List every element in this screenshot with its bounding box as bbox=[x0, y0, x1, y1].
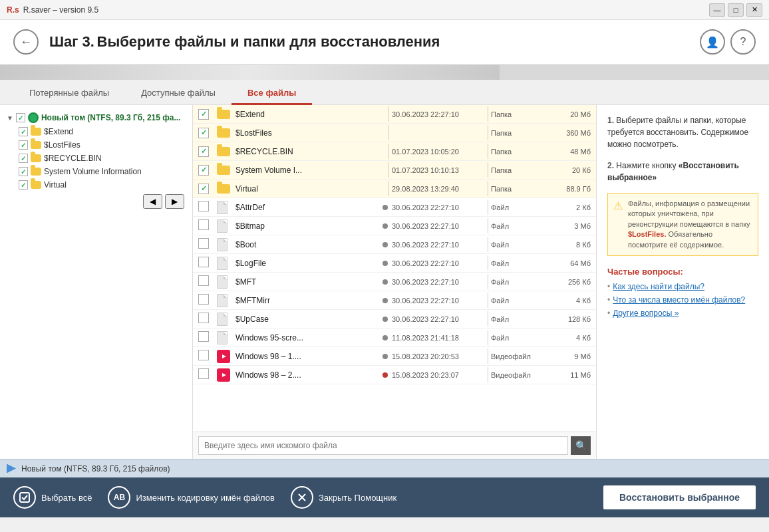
tabs-bar: Потерянные файлы Доступные файлы Все фай… bbox=[0, 80, 769, 105]
row-checkbox[interactable] bbox=[198, 294, 209, 305]
file-date: 30.06.2023 22:27:10 bbox=[392, 259, 485, 267]
faq-item-1[interactable]: Что за числа вместо имён файлов? bbox=[607, 295, 758, 305]
select-all-icon bbox=[13, 486, 36, 509]
faq-link-1[interactable]: Что за числа вместо имён файлов? bbox=[613, 295, 745, 305]
row-checkbox[interactable] bbox=[198, 313, 209, 323]
table-row[interactable]: Windows 98 – 2.... 15.08.2023 20:23:07 В… bbox=[193, 366, 596, 384]
tree-scroll-right[interactable]: ▶ bbox=[165, 194, 184, 209]
file-size: 360 Мб bbox=[544, 129, 591, 137]
table-row[interactable]: $LogFile 30.06.2023 22:27:10 Файл 64 Мб bbox=[193, 254, 596, 273]
maximize-button[interactable]: □ bbox=[728, 3, 744, 17]
faq-link-2[interactable]: Другие вопросы » bbox=[613, 309, 679, 318]
row-checkbox[interactable] bbox=[198, 128, 209, 138]
virtual-checkbox[interactable]: ✓ bbox=[19, 180, 28, 190]
video-icon bbox=[217, 368, 230, 382]
search-input[interactable] bbox=[198, 436, 568, 455]
row-checkbox[interactable] bbox=[198, 238, 209, 249]
close-wizard-action[interactable]: Закрыть Помощник bbox=[291, 486, 396, 509]
status-dot bbox=[383, 261, 388, 266]
faq-item-2[interactable]: Другие вопросы » bbox=[607, 309, 758, 318]
faq-title: Частые вопросы: bbox=[607, 267, 758, 277]
folder-icon bbox=[217, 128, 230, 138]
table-row[interactable]: $UpCase 30.06.2023 22:27:10 Файл 128 Кб bbox=[193, 310, 596, 329]
file-icon bbox=[217, 219, 228, 233]
table-row[interactable]: System Volume I... 01.07.2023 10:10:13 П… bbox=[193, 161, 596, 180]
sysvolinfo-checkbox[interactable]: ✓ bbox=[19, 167, 28, 176]
bottom-toolbar: Выбрать всё AB Изменить кодировку имён ф… bbox=[0, 477, 769, 517]
row-checkbox[interactable] bbox=[198, 165, 209, 176]
table-row[interactable]: $Bitmap 30.06.2023 22:27:10 Файл 3 Мб bbox=[193, 217, 596, 235]
extend-label: $Extend bbox=[44, 127, 73, 136]
row-checkbox[interactable] bbox=[198, 184, 209, 194]
table-row[interactable]: Windows 98 – 1.... 15.08.2023 20:20:53 В… bbox=[193, 347, 596, 366]
file-name: $MFT bbox=[235, 277, 379, 287]
lostfiles-bold: $LostFiles. bbox=[628, 230, 666, 238]
row-checkbox[interactable] bbox=[198, 275, 209, 286]
tab-available-files[interactable]: Доступные файлы bbox=[125, 82, 231, 105]
close-button[interactable]: ✕ bbox=[746, 3, 762, 17]
file-table: $Extend 30.06.2023 22:27:10 Папка 20 Мб … bbox=[193, 105, 596, 432]
file-date: 15.08.2023 20:20:53 bbox=[392, 352, 485, 360]
warning-text: Файлы, информация о размещении которых у… bbox=[628, 199, 752, 250]
faq-link-0[interactable]: Как здесь найти файлы? bbox=[613, 282, 704, 291]
row-checkbox[interactable] bbox=[198, 201, 209, 211]
tab-all-files[interactable]: Все файлы bbox=[231, 82, 312, 105]
row-checkbox[interactable] bbox=[198, 331, 209, 342]
file-size: 48 Мб bbox=[544, 148, 591, 156]
file-name: $UpCase bbox=[235, 315, 379, 324]
restore-button[interactable]: Восстановить выбранное bbox=[603, 485, 756, 509]
tree-item-recycle[interactable]: ✓ $RECYCLE.BIN bbox=[3, 152, 190, 165]
row-checkbox[interactable] bbox=[198, 219, 209, 230]
select-all-action[interactable]: Выбрать всё bbox=[13, 486, 92, 509]
recycle-label: $RECYCLE.BIN bbox=[44, 154, 102, 163]
file-size: 20 Кб bbox=[544, 166, 591, 174]
folder-icon bbox=[217, 166, 230, 175]
table-row[interactable]: Windows 95-scre... 11.08.2023 21:41:18 Ф… bbox=[193, 329, 596, 347]
file-tree-panel: ▼ ✓ Новый том (NTFS, 89.3 Гб, 215 фа... … bbox=[0, 105, 193, 459]
file-name: $Boot bbox=[235, 240, 379, 249]
file-size: 20 Мб bbox=[544, 110, 591, 118]
file-date: 30.06.2023 22:27:10 bbox=[392, 203, 485, 211]
faq-item-0[interactable]: Как здесь найти файлы? bbox=[607, 282, 758, 291]
table-row[interactable]: $MFTMirr 30.06.2023 22:27:10 Файл 4 Кб bbox=[193, 291, 596, 310]
divider bbox=[488, 162, 488, 178]
tree-root-item[interactable]: ▼ ✓ Новый том (NTFS, 89.3 Гб, 215 фа... bbox=[3, 110, 190, 125]
table-row[interactable]: $MFT 30.06.2023 22:27:10 Файл 256 Кб bbox=[193, 273, 596, 291]
root-checkbox[interactable]: ✓ bbox=[16, 113, 25, 122]
table-row[interactable]: Virtual 29.08.2023 13:29:40 Папка 88.9 Г… bbox=[193, 180, 596, 198]
extend-checkbox[interactable]: ✓ bbox=[19, 127, 28, 136]
lostfiles-checkbox[interactable]: ✓ bbox=[19, 140, 28, 150]
row-checkbox[interactable] bbox=[198, 146, 209, 157]
close-wizard-label: Закрыть Помощник bbox=[319, 493, 396, 503]
tree-scroll-left[interactable]: ◀ bbox=[143, 194, 162, 209]
user-button[interactable]: 👤 bbox=[700, 29, 725, 55]
tree-scroll-nav: ◀ ▶ bbox=[3, 192, 190, 211]
root-label: Новый том (NTFS, 89.3 Гб, 215 фа... bbox=[41, 113, 181, 122]
row-checkbox[interactable] bbox=[198, 109, 209, 120]
toolbar-left: Выбрать всё AB Изменить кодировку имён ф… bbox=[13, 486, 396, 509]
back-button[interactable]: ← bbox=[13, 29, 39, 55]
row-checkbox[interactable] bbox=[198, 368, 209, 379]
table-row[interactable]: $RECYCLE.BIN 01.07.2023 10:05:20 Папка 4… bbox=[193, 142, 596, 161]
minimize-button[interactable]: — bbox=[709, 3, 725, 17]
search-button[interactable]: 🔍 bbox=[571, 436, 591, 455]
tree-item-lostfiles[interactable]: ✓ $LostFiles bbox=[3, 138, 190, 152]
tree-item-sysvolinfo[interactable]: ✓ System Volume Information bbox=[3, 165, 190, 178]
table-row[interactable]: $Boot 30.06.2023 22:27:10 Файл 8 Кб bbox=[193, 235, 596, 254]
row-checkbox[interactable] bbox=[198, 257, 209, 267]
file-date: 11.08.2023 21:41:18 bbox=[392, 334, 485, 342]
encoding-action[interactable]: AB Изменить кодировку имён файлов bbox=[108, 486, 274, 509]
progress-bar-fill bbox=[0, 65, 500, 80]
row-checkbox[interactable] bbox=[198, 350, 209, 360]
tree-item-extend[interactable]: ✓ $Extend bbox=[3, 125, 190, 138]
table-row[interactable]: $AttrDef 30.06.2023 22:27:10 Файл 2 Кб bbox=[193, 198, 596, 217]
svg-rect-4 bbox=[20, 493, 29, 502]
tab-lost-files[interactable]: Потерянные файлы bbox=[13, 82, 125, 105]
file-name: $LogFile bbox=[235, 259, 379, 268]
table-row[interactable]: $Extend 30.06.2023 22:27:10 Папка 20 Мб bbox=[193, 105, 596, 124]
recycle-checkbox[interactable]: ✓ bbox=[19, 154, 28, 163]
tree-item-virtual[interactable]: ✓ Virtual bbox=[3, 178, 190, 192]
table-row[interactable]: $LostFiles Папка 360 Мб bbox=[193, 124, 596, 142]
file-name: $RECYCLE.BIN bbox=[235, 147, 386, 156]
help-button[interactable]: ? bbox=[730, 29, 756, 55]
